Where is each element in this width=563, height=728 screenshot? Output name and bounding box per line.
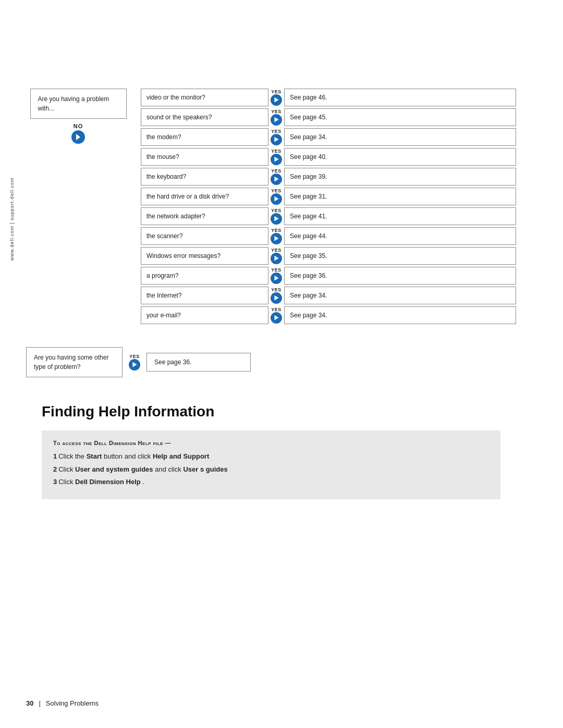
yes-label: YES [271, 268, 282, 273]
problem-label: the hard drive or a disk drive? [141, 188, 268, 205]
help-step: 1Click the Start button and click Help a… [53, 451, 489, 462]
yes-label: YES [271, 248, 282, 253]
yes-label: YES [271, 307, 282, 312]
yes-circle [271, 213, 282, 225]
problem-label: the mouse? [141, 148, 268, 166]
problem-row: the scanner?YESSee page 44. [141, 227, 516, 245]
problem-row: the mouse?YESSee page 40. [141, 148, 516, 166]
yes-arrow: YES [271, 169, 282, 185]
yes-arrow: YES [271, 248, 282, 264]
yes-circle [271, 134, 282, 145]
problem-row: the keyboard?YESSee page 39. [141, 168, 516, 186]
step-bold1: Dell Dimension Help [75, 478, 141, 486]
footer-separator: | [39, 699, 40, 707]
see-page-box: See page 34. [284, 306, 516, 324]
yes-arrow: YES [271, 90, 282, 106]
yes-label: YES [271, 90, 282, 94]
problem-row: a program?YESSee page 36. [141, 267, 516, 285]
yes-label: YES [271, 129, 282, 134]
svg-marker-11 [274, 295, 278, 301]
see-page-box: See page 40. [284, 148, 516, 166]
svg-marker-0 [76, 134, 80, 140]
problem-label: your e-mail? [141, 306, 268, 324]
finding-help-section: Finding Help Information To access the D… [26, 403, 516, 499]
bottom-question-box: Are you having some other type of proble… [26, 347, 123, 377]
svg-marker-1 [274, 97, 278, 103]
svg-marker-5 [274, 177, 278, 182]
problem-label: Windows error messages? [141, 247, 268, 265]
svg-marker-12 [274, 315, 278, 320]
step-bold1: Start [87, 452, 102, 460]
main-question-text: Are you having a problem with... [38, 95, 109, 112]
problem-label: the keyboard? [141, 168, 268, 186]
page-number: 30 [26, 699, 33, 707]
step-number: 1 [53, 452, 57, 460]
yes-arrow: YES [271, 149, 282, 165]
step-bold2: User s guides [183, 465, 227, 473]
left-column: Are you having a problem with... NO [26, 89, 130, 144]
see-page-box: See page 41. [284, 207, 516, 225]
yes-circle [271, 174, 282, 185]
yes-label: YES [271, 288, 282, 292]
help-box-title: To access the Dell Dimension Help file — [53, 440, 489, 446]
main-content: Are you having a problem with... NO vide… [26, 89, 516, 499]
sidebar-text: www.dell.com | support.dell.com [9, 104, 18, 261]
yes-arrow: YES [271, 189, 282, 205]
yes-circle [271, 292, 282, 304]
problem-label: the network adapter? [141, 207, 268, 225]
yes-label: YES [271, 169, 282, 174]
right-column: video or the monitor?YESSee page 46.soun… [141, 89, 516, 326]
yes-circle [271, 193, 282, 205]
yes-arrow: YES [271, 228, 282, 244]
yes-circle [271, 94, 282, 106]
yes-label: YES [271, 208, 282, 213]
yes-arrow: YES [271, 307, 282, 324]
svg-marker-3 [274, 137, 278, 142]
step-bold2: Help and Support [153, 452, 209, 460]
see-page-box: See page 45. [284, 108, 516, 126]
finding-help-title: Finding Help Information [42, 403, 500, 420]
svg-marker-8 [274, 236, 278, 241]
help-step: 2Click User and system guides and click … [53, 464, 489, 475]
see-page-box: See page 35. [284, 247, 516, 265]
svg-marker-10 [274, 276, 278, 281]
no-arrow: NO [71, 123, 85, 144]
yes-label: YES [271, 228, 282, 233]
see-page-box: See page 44. [284, 227, 516, 245]
bottom-see-page-box: See page 36. [146, 353, 251, 372]
bottom-yes-circle [129, 359, 140, 371]
page-container: www.dell.com | support.dell.com Are you … [0, 0, 563, 728]
flowchart: Are you having a problem with... NO vide… [26, 89, 516, 326]
see-page-box: See page 34. [284, 287, 516, 304]
help-box: To access the Dell Dimension Help file —… [42, 430, 500, 499]
problem-row: the network adapter?YESSee page 41. [141, 207, 516, 225]
see-page-box: See page 46. [284, 89, 516, 106]
no-arrow-circle [71, 130, 85, 144]
yes-label: YES [271, 149, 282, 154]
yes-circle [271, 312, 282, 324]
problem-row: video or the monitor?YESSee page 46. [141, 89, 516, 106]
yes-arrow: YES [271, 109, 282, 126]
step-number: 3 [53, 478, 57, 486]
yes-circle [271, 253, 282, 264]
svg-marker-4 [274, 157, 278, 162]
see-page-box: See page 34. [284, 128, 516, 146]
step-bold1: User and system guides [75, 465, 153, 473]
yes-circle [271, 233, 282, 244]
see-page-box: See page 31. [284, 188, 516, 205]
yes-label: YES [271, 109, 282, 114]
svg-marker-6 [274, 196, 278, 202]
svg-marker-2 [274, 117, 278, 122]
problem-label: the Internet? [141, 287, 268, 304]
page-footer: 30 | Solving Problems [26, 699, 516, 707]
yes-circle [271, 114, 282, 126]
yes-circle [271, 154, 282, 165]
yes-label: YES [271, 189, 282, 193]
problem-row: Windows error messages?YESSee page 35. [141, 247, 516, 265]
main-question-box: Are you having a problem with... [30, 89, 127, 119]
bottom-yes-arrow: YES [129, 354, 140, 371]
problem-label: video or the monitor? [141, 89, 268, 106]
see-page-box: See page 36. [284, 267, 516, 285]
svg-marker-13 [132, 362, 137, 367]
yes-arrow: YES [271, 129, 282, 145]
